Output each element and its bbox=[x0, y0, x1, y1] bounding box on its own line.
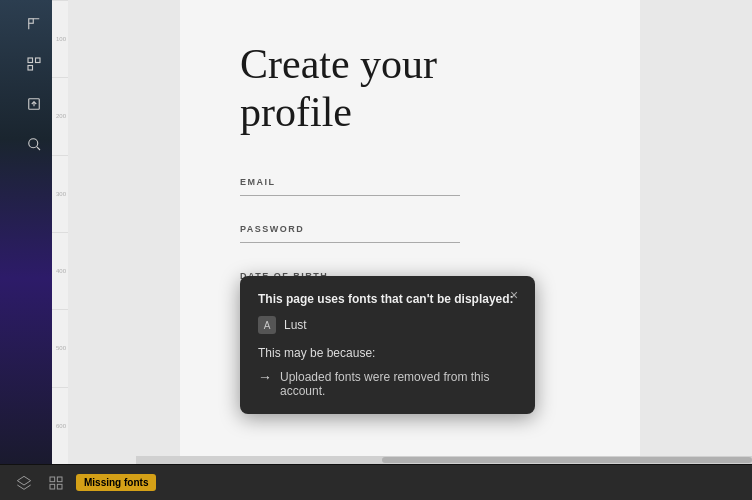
email-input-line[interactable] bbox=[240, 195, 460, 196]
password-input-line[interactable] bbox=[240, 242, 460, 243]
svg-rect-15 bbox=[50, 477, 55, 482]
svg-rect-3 bbox=[28, 66, 33, 71]
grid-icon[interactable] bbox=[18, 48, 50, 80]
svg-rect-18 bbox=[57, 484, 62, 489]
notification-reason: This may be because: bbox=[258, 346, 517, 360]
ruler-vertical: 100 200 300 400 500 600 bbox=[52, 0, 68, 464]
svg-marker-14 bbox=[17, 476, 30, 485]
close-button[interactable]: × bbox=[505, 286, 523, 304]
left-sidebar: 100 200 300 400 500 600 bbox=[0, 0, 68, 464]
notification-popup: × This page uses fonts that can't be dis… bbox=[240, 276, 535, 414]
font-name: Lust bbox=[284, 318, 307, 332]
bottom-bar: Missing fonts bbox=[0, 464, 752, 500]
missing-fonts-badge[interactable]: Missing fonts bbox=[76, 474, 156, 491]
notification-title: This page uses fonts that can't be displ… bbox=[258, 292, 517, 306]
grid-small-icon[interactable] bbox=[44, 471, 68, 495]
export-icon[interactable] bbox=[18, 88, 50, 120]
app-container: 100 200 300 400 500 600 Create your prof… bbox=[0, 0, 752, 464]
svg-rect-17 bbox=[50, 484, 55, 489]
font-item: A Lust bbox=[258, 316, 517, 334]
canvas-panel: Create your profile EMAIL PASSWORD DATE … bbox=[180, 0, 640, 464]
page-title: Create your profile bbox=[240, 40, 580, 137]
notification-detail-text: Uploaded fonts were removed from this ac… bbox=[280, 370, 517, 398]
main-area: Create your profile EMAIL PASSWORD DATE … bbox=[68, 0, 752, 464]
password-label: PASSWORD bbox=[240, 224, 580, 234]
svg-rect-1 bbox=[28, 58, 33, 63]
arrow-icon: → bbox=[258, 369, 272, 385]
horizontal-scrollbar[interactable] bbox=[136, 456, 752, 464]
svg-rect-16 bbox=[57, 477, 62, 482]
notification-detail: → Uploaded fonts were removed from this … bbox=[258, 370, 517, 398]
scrollbar-thumb[interactable] bbox=[382, 457, 752, 463]
font-icon: A bbox=[258, 316, 276, 334]
svg-point-12 bbox=[29, 139, 38, 148]
svg-rect-0 bbox=[29, 19, 34, 24]
email-field-group: EMAIL bbox=[240, 177, 580, 196]
crop-icon[interactable] bbox=[18, 8, 50, 40]
svg-line-13 bbox=[37, 147, 40, 150]
email-label: EMAIL bbox=[240, 177, 580, 187]
password-field-group: PASSWORD bbox=[240, 224, 580, 243]
svg-rect-2 bbox=[36, 58, 41, 63]
layers-icon[interactable] bbox=[12, 471, 36, 495]
search-icon[interactable] bbox=[18, 128, 50, 160]
